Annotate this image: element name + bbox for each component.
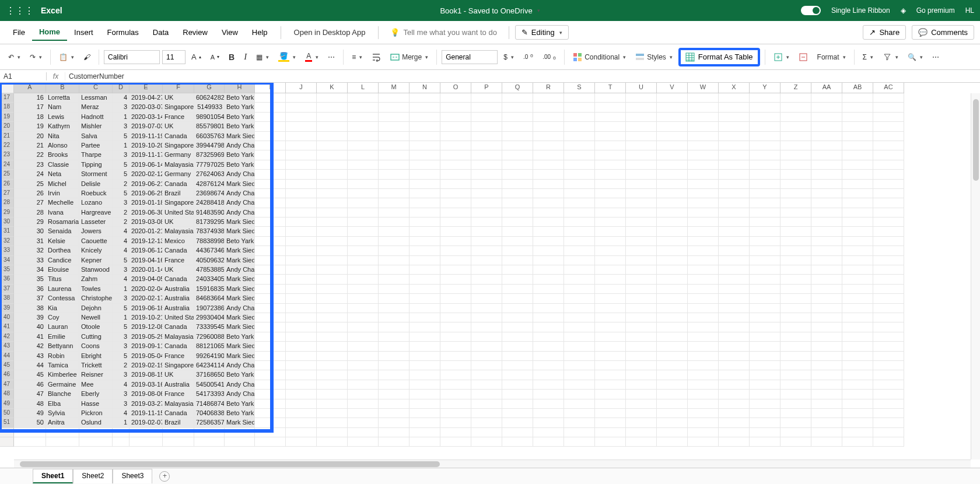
cell[interactable]	[626, 227, 657, 236]
cell[interactable]	[564, 227, 595, 236]
column-header-F[interactable]: F	[163, 83, 194, 93]
cell[interactable]	[348, 409, 379, 418]
cell[interactable]	[811, 361, 842, 370]
cell[interactable]: Rosamaria	[46, 218, 79, 227]
cell[interactable]	[502, 122, 533, 131]
cell[interactable]	[688, 150, 719, 160]
column-header-S[interactable]: S	[564, 83, 595, 93]
format-painter-button[interactable]: 🖌	[80, 51, 94, 64]
cell[interactable]: Titus	[46, 275, 79, 284]
cell[interactable]	[688, 361, 719, 370]
cell[interactable]: 39	[14, 313, 46, 322]
cell[interactable]	[811, 93, 842, 103]
cell[interactable]	[440, 246, 471, 255]
cell[interactable]	[688, 322, 719, 332]
cell[interactable]	[502, 246, 533, 255]
cell[interactable]	[688, 227, 719, 236]
cell[interactable]	[317, 313, 348, 322]
cell[interactable]	[379, 322, 410, 332]
cell[interactable]: Kia	[46, 304, 79, 313]
cell[interactable]	[348, 132, 379, 141]
cell[interactable]	[780, 103, 811, 112]
cell[interactable]	[626, 122, 657, 131]
app-launcher-icon[interactable]: ⋮⋮⋮	[6, 5, 34, 16]
cell[interactable]: Hargreave	[79, 208, 113, 218]
cell[interactable]	[873, 132, 904, 141]
cell[interactable]	[688, 237, 719, 246]
cell[interactable]	[379, 122, 410, 131]
cell[interactable]: Beto Yark	[225, 93, 255, 103]
cell[interactable]	[502, 342, 533, 351]
cell[interactable]	[410, 113, 440, 122]
cell[interactable]	[286, 150, 317, 160]
cell[interactable]	[842, 418, 873, 427]
cell[interactable]	[564, 189, 595, 198]
cell[interactable]	[317, 322, 348, 332]
cell[interactable]	[595, 246, 626, 255]
cell[interactable]	[502, 227, 533, 236]
cell[interactable]: 2019-04-16	[130, 256, 163, 265]
cell[interactable]: Irvin	[46, 189, 79, 198]
cell[interactable]	[657, 160, 688, 170]
cell[interactable]: 2019-10-21	[130, 313, 163, 322]
cell[interactable]	[842, 103, 873, 112]
cell[interactable]	[379, 141, 410, 150]
cell[interactable]	[626, 418, 657, 427]
sheet-tab-sheet3[interactable]: Sheet3	[113, 469, 152, 483]
cell[interactable]	[379, 218, 410, 227]
cell[interactable]	[750, 93, 780, 103]
cell[interactable]: 2019-05-29	[130, 332, 163, 342]
cell[interactable]	[873, 141, 904, 150]
cell[interactable]	[842, 285, 873, 294]
cell[interactable]: 88121065	[194, 342, 225, 351]
cell[interactable]: 1	[113, 113, 130, 122]
cell[interactable]: Hadnott	[79, 113, 113, 122]
cell[interactable]	[811, 294, 842, 303]
column-header-A[interactable]: A	[14, 83, 46, 93]
cell[interactable]	[502, 180, 533, 189]
cell[interactable]	[533, 208, 564, 218]
cell[interactable]: Elba	[46, 399, 79, 409]
cell[interactable]	[379, 409, 410, 418]
cell[interactable]: Meraz	[79, 103, 113, 112]
cell[interactable]	[842, 380, 873, 390]
cell[interactable]: Beto Yark	[225, 150, 255, 160]
cell[interactable]	[255, 332, 286, 342]
select-all-corner[interactable]	[0, 83, 14, 93]
cell[interactable]	[657, 113, 688, 122]
cell[interactable]	[471, 93, 502, 103]
cell[interactable]	[626, 189, 657, 198]
name-box[interactable]: A1	[0, 72, 47, 80]
cell[interactable]	[626, 370, 657, 380]
cell[interactable]	[842, 93, 873, 103]
cell[interactable]	[780, 237, 811, 246]
cell[interactable]: 23698674	[194, 189, 225, 198]
cell[interactable]	[286, 141, 317, 150]
cell[interactable]	[873, 332, 904, 342]
cell[interactable]	[873, 237, 904, 246]
cell[interactable]	[719, 198, 750, 208]
cell[interactable]: 64234114	[194, 361, 225, 370]
cell[interactable]	[626, 256, 657, 265]
cell[interactable]	[440, 141, 471, 150]
cell[interactable]	[842, 370, 873, 380]
cell[interactable]	[255, 342, 286, 351]
cell[interactable]	[317, 141, 348, 150]
cell[interactable]	[348, 361, 379, 370]
cell[interactable]	[502, 370, 533, 380]
cell[interactable]: Beto Yark	[225, 113, 255, 122]
column-header-P[interactable]: P	[471, 83, 502, 93]
cell[interactable]	[255, 285, 286, 294]
cell[interactable]: 4	[113, 93, 130, 103]
cell[interactable]: UK	[163, 370, 194, 380]
cell[interactable]: 60624282	[194, 93, 225, 103]
cell[interactable]	[533, 265, 564, 275]
cell[interactable]	[255, 132, 286, 141]
cell[interactable]: Pickron	[79, 409, 113, 418]
cell[interactable]	[317, 218, 348, 227]
cell[interactable]	[286, 93, 317, 103]
menu-tab-review[interactable]: Review	[176, 24, 215, 40]
cell[interactable]	[750, 304, 780, 313]
cell[interactable]: 24033405	[194, 275, 225, 284]
cell[interactable]: UK	[163, 265, 194, 275]
